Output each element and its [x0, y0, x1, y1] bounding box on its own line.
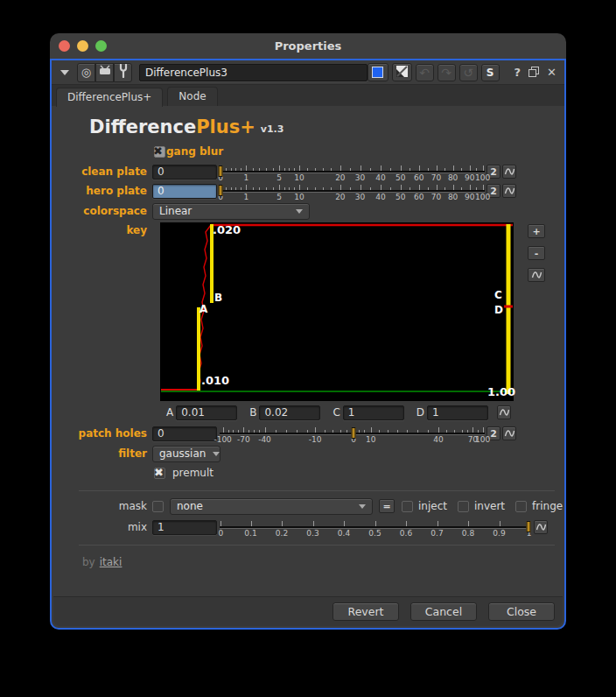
plugin-header: DifferencePlus+ v1.3 [52, 116, 564, 138]
wrench-icon [117, 64, 130, 81]
inject-checkbox[interactable] [402, 501, 413, 512]
chevron-down-icon [359, 504, 366, 509]
key-curve-editor[interactable]: .020 A B C D .010 1.00 [160, 222, 514, 401]
mix-slider[interactable]: 00.10.20.30.40.50.60.70.80.91 [220, 518, 530, 537]
zoom-window-button[interactable] [95, 40, 107, 52]
add-point-button[interactable]: + [528, 224, 545, 238]
plugin-title: DifferencePlus+ [89, 116, 256, 137]
float-window-button[interactable] [528, 64, 539, 81]
key-label: key [52, 222, 152, 236]
c-input[interactable]: 1 [343, 405, 404, 420]
clean-plate-row: clean plate 0 015102030405060708090100 2 [52, 163, 564, 180]
mask-equals-button[interactable]: = [379, 499, 395, 513]
center-node-button[interactable]: ◎ [77, 63, 95, 82]
mix-row: mix 1 00.10.20.30.40.50.60.70.80.91 [52, 518, 564, 536]
patch-holes-row: patch holes 0 -100-70-40-100104070100 2 [52, 425, 564, 442]
revert-knobs-button[interactable]: ↺ [459, 64, 478, 81]
filter-dropdown[interactable]: gaussian [152, 446, 220, 462]
hero-plate-row: hero plate 0 015102030405060708090100 2 [52, 182, 564, 200]
redo-button[interactable]: ↷ [438, 64, 456, 81]
mix-input[interactable]: 1 [152, 520, 217, 535]
fringe-checkbox[interactable] [515, 501, 527, 512]
undo-icon: ↶ [419, 66, 430, 80]
c-label: C [332, 406, 340, 419]
d-label: D [416, 406, 424, 419]
mask-checkbox[interactable] [152, 501, 164, 512]
minimize-window-button[interactable] [77, 40, 88, 52]
mask-channel-dropdown[interactable]: none [170, 498, 373, 515]
title-bar[interactable]: Properties [50, 33, 566, 59]
tab-node[interactable]: Node [167, 87, 217, 106]
filter-label: filter [52, 447, 152, 460]
close-window-button[interactable] [59, 40, 70, 52]
tab-differenceplus[interactable]: DifferencePlus+ [56, 88, 163, 107]
mask-label: mask [52, 500, 152, 512]
clean-plate-input[interactable]: 0 [152, 165, 217, 180]
chevron-down-icon [213, 452, 220, 456]
settings-wrench-button[interactable] [114, 63, 132, 82]
premult-row: premult [52, 466, 564, 480]
traffic-lights [59, 40, 107, 52]
mix-label: mix [52, 521, 152, 533]
close-button[interactable]: Close [488, 602, 555, 621]
undo-button[interactable]: ↶ [416, 64, 434, 81]
key-curve-button[interactable] [528, 268, 545, 282]
credit-prefix: by [82, 556, 95, 568]
node-toolbar: ◎ DifferencePlus3 [52, 60, 564, 85]
premult-checkbox[interactable] [154, 468, 165, 479]
clean-plate-slider[interactable]: 015102030405060708090100 [220, 163, 485, 181]
key-point-c: C [494, 290, 502, 300]
credit-row: by itaki [52, 553, 564, 571]
patch-holes-slider[interactable]: -100-70-40-100104070100 [220, 425, 485, 443]
target-icon: ◎ [81, 66, 91, 79]
close-panel-button[interactable]: ✕ [547, 66, 556, 79]
help-button[interactable]: ? [514, 66, 522, 79]
revert-icon: ↺ [463, 66, 473, 80]
gang-blur-row: gang blur [52, 144, 564, 158]
snapshot-button[interactable]: S [481, 64, 500, 81]
node-view-buttons: ◎ [77, 63, 132, 82]
window-title: Properties [50, 39, 566, 53]
inject-label: inject [418, 500, 447, 512]
hero-plate-input[interactable]: 0 [152, 184, 217, 199]
gang-blur-checkbox[interactable] [154, 146, 165, 158]
monitor-button[interactable] [95, 63, 114, 82]
chevron-down-icon [296, 209, 303, 214]
a-label: A [166, 406, 173, 419]
node-color-button[interactable] [368, 63, 388, 81]
b-input[interactable]: 0.02 [259, 405, 320, 420]
premult-label: premult [172, 467, 214, 479]
panel-menu-button[interactable] [56, 64, 74, 81]
patch-holes-input[interactable]: 0 [152, 426, 217, 441]
remove-point-button[interactable]: - [528, 246, 545, 260]
filter-row: filter gaussian [52, 445, 564, 462]
revert-button[interactable]: Revert [332, 602, 399, 621]
key-curve-buttons: + - [528, 224, 545, 282]
mix-curve-button[interactable] [534, 520, 548, 534]
key-right-value: 1.00 [487, 386, 515, 398]
key-values-curve-button[interactable] [497, 405, 511, 419]
key-point-a: A [200, 304, 207, 314]
dialog-footer: Revert Cancel Close [53, 596, 563, 626]
colorspace-row: colorspace Linear [52, 202, 564, 220]
hero-plate-slider[interactable]: 015102030405060708090100 [220, 182, 485, 201]
hero-plate-label: hero plate [52, 185, 152, 197]
hero-plate-curve-button[interactable] [502, 184, 516, 198]
invert-label: invert [474, 500, 505, 512]
author-link[interactable]: itaki [100, 556, 122, 568]
colorspace-dropdown[interactable]: Linear [152, 203, 310, 220]
cancel-button[interactable]: Cancel [410, 602, 477, 621]
node-name-input[interactable]: DifferencePlus3 [139, 64, 368, 81]
a-input[interactable]: 0.01 [176, 405, 237, 420]
b-label: B [249, 406, 256, 419]
patch-holes-curve-button[interactable] [502, 426, 516, 440]
fringe-label: fringe [532, 500, 563, 512]
d-input[interactable]: 1 [427, 405, 488, 420]
color-swatch-icon [372, 67, 383, 78]
key-row: key .020 A B C [52, 222, 564, 403]
toolbar-window-group: ? ✕ [514, 64, 556, 81]
invert-checkbox[interactable] [458, 501, 469, 512]
key-bottom-value: .010 [201, 375, 229, 386]
clean-plate-curve-button[interactable] [502, 165, 516, 179]
icon-color-button[interactable] [392, 63, 412, 81]
